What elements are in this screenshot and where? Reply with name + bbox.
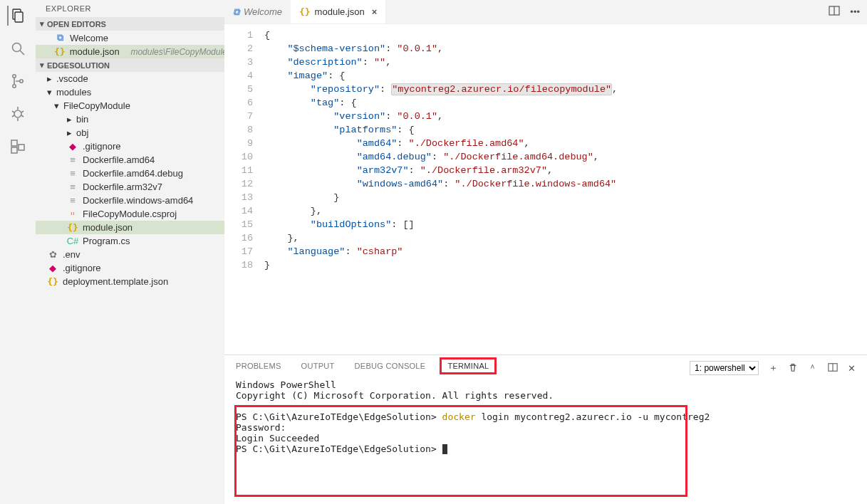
project-header[interactable]: EDGESOLUTION [36,58,224,72]
tab-welcome[interactable]: ⧉Welcome [224,0,291,23]
search-icon[interactable] [8,38,28,58]
panel-tabs: PROBLEMS OUTPUT DEBUG CONSOLE TERMINAL 1… [224,355,867,375]
json-icon: {} [299,6,311,17]
sidebar: EXPLORER OPEN EDITORS ⧉Welcome {}module.… [36,0,224,504]
tree-dockerfile-arm32v7[interactable]: ≡Dockerfile.arm32v7 [36,180,224,194]
main-area: ⧉Welcome {}module.json× ••• 123456789101… [224,0,867,504]
svg-line-11 [12,115,14,117]
terminal-line: Password: [236,422,856,433]
terminal-selector[interactable]: 1: powershell [690,361,759,375]
json-icon: {} [47,276,58,287]
tree-program-cs[interactable]: C#Program.cs [36,234,224,248]
explorer-icon[interactable] [7,6,27,26]
tree-dockerfile-windows-amd64[interactable]: ≡Dockerfile.windows-amd64 [36,194,224,207]
debug-icon[interactable] [8,104,28,124]
kill-terminal-icon[interactable] [788,362,798,374]
more-icon[interactable]: ••• [850,6,860,17]
svg-rect-1 [15,12,23,22]
svg-point-7 [14,110,21,117]
terminal-line: PS C:\Git\AzureIoTEdge\EdgeSolution> [236,443,856,454]
welcome-icon: ⧉ [54,32,66,43]
json-icon: {} [67,222,78,233]
file-icon: ≡ [67,154,78,165]
svg-point-6 [20,80,23,83]
source-control-icon[interactable] [8,71,28,91]
chevron-right-icon [67,114,72,125]
tree-modules[interactable]: modules [36,85,224,99]
open-editor-welcome[interactable]: ⧉Welcome [36,31,224,45]
code-editor[interactable]: 123456789101112131415161718 { "$schema-v… [224,24,867,355]
maximize-panel-icon[interactable]: ＾ [808,362,817,374]
tab-module-json[interactable]: {}module.json× [291,0,385,23]
open-editors-header[interactable]: OPEN EDITORS [36,17,224,31]
svg-point-2 [13,43,21,52]
chevron-down-icon [54,100,59,111]
git-icon: ◆ [47,263,58,273]
svg-point-4 [13,75,16,78]
new-terminal-icon[interactable]: ＋ [769,362,778,374]
close-icon[interactable]: × [372,6,378,17]
csharp-icon: C# [67,236,78,246]
file-icon: ≡ [67,168,78,179]
terminal-line: PS C:\Git\AzureIoTEdge\EdgeSolution> doc… [236,411,856,422]
chevron-right-icon [67,127,72,138]
svg-rect-15 [11,147,17,153]
chevron-down-icon [40,61,44,70]
panel-actions: 1: powershell ＋ ＾ ✕ [690,361,856,375]
terminal[interactable]: Windows PowerShell Copyright (C) Microso… [224,375,867,504]
panel-tab-output[interactable]: OUTPUT [301,362,335,374]
tree-module-json[interactable]: {}module.json [36,221,224,234]
code-content[interactable]: { "$schema-version": "0.0.1", "descripti… [264,24,618,355]
welcome-icon: ⧉ [233,6,239,18]
tree-csproj[interactable]: ייFileCopyModule.csproj [36,207,224,221]
panel-tab-debug-console[interactable]: DEBUG CONSOLE [355,362,426,374]
cursor-icon [442,444,447,454]
sidebar-title: EXPLORER [36,0,224,17]
open-editor-module-json[interactable]: {}module.json modules\FileCopyModule [36,45,224,58]
tree-deployment-template[interactable]: {}deployment.template.json [36,275,224,288]
svg-rect-14 [11,140,17,146]
json-icon: {} [54,46,66,57]
tree-obj[interactable]: obj [36,126,224,140]
svg-line-9 [12,111,14,112]
split-terminal-icon[interactable] [828,362,838,374]
tree-dockerfile-amd64[interactable]: ≡Dockerfile.amd64 [36,153,224,167]
terminal-line: Login Succeeded [236,433,856,443]
chevron-right-icon [47,73,52,84]
line-number-gutter: 123456789101112131415161718 [224,24,264,355]
tab-bar: ⧉Welcome {}module.json× ••• [224,0,867,24]
svg-rect-16 [19,145,24,150]
tree-filecopymodule[interactable]: FileCopyModule [36,99,224,112]
editor-actions: ••• [821,0,867,23]
file-icon: ≡ [67,182,78,192]
file-icon: ≡ [67,195,78,206]
extensions-icon[interactable] [8,137,28,157]
tree-dockerfile-amd64-debug[interactable]: ≡Dockerfile.amd64.debug [36,167,224,180]
tree-gitignore[interactable]: ◆.gitignore [36,140,224,153]
svg-line-10 [21,111,24,112]
svg-point-5 [13,85,16,88]
tree-bin[interactable]: bin [36,112,224,126]
csproj-icon: יי [67,209,78,219]
git-icon: ◆ [67,141,78,152]
gear-icon: ✿ [47,249,58,260]
panel-tab-problems[interactable]: PROBLEMS [236,362,281,374]
panel-tab-terminal[interactable]: TERMINAL [445,362,491,374]
close-panel-icon[interactable]: ✕ [848,363,856,374]
split-editor-icon[interactable] [829,5,840,19]
tree-vscode[interactable]: .vscode [36,72,224,85]
svg-line-12 [21,115,24,117]
chevron-down-icon [47,87,52,98]
tree-env[interactable]: ✿.env [36,248,224,261]
bottom-panel: PROBLEMS OUTPUT DEBUG CONSOLE TERMINAL 1… [224,355,867,504]
activity-bar [0,0,36,504]
tree-root-gitignore[interactable]: ◆.gitignore [36,261,224,275]
terminal-line: Windows PowerShell [236,379,856,390]
chevron-down-icon [40,19,44,28]
terminal-line: Copyright (C) Microsoft Corporation. All… [236,390,856,401]
svg-line-3 [20,51,24,55]
